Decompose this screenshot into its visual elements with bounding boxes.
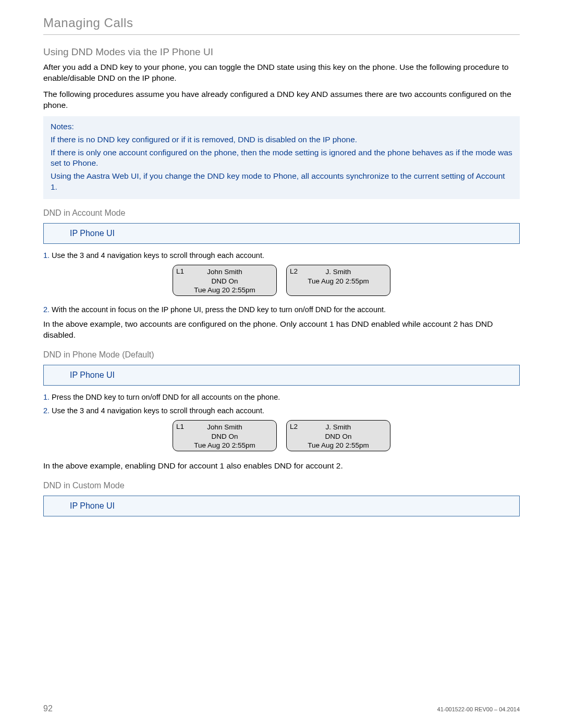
ip-phone-ui-bar: IP Phone UI <box>43 223 520 244</box>
step-text: 2.With the account in focus on the IP ph… <box>43 305 520 314</box>
phone-screen: L1 John Smith DND On Tue Aug 20 2:55pm <box>173 265 277 296</box>
phone-screen: L2 J. Smith Tue Aug 20 2:55pm <box>286 265 390 296</box>
screen-name: J. Smith <box>287 267 390 277</box>
chapter-title: Managing Calls <box>43 16 520 30</box>
step-body: With the account in focus on the IP phon… <box>52 305 386 314</box>
notes-label: Notes: <box>51 121 512 132</box>
screen-time: Tue Aug 20 2:55pm <box>287 277 390 286</box>
note-item: If there is no DND key configured or if … <box>51 134 512 145</box>
ip-phone-ui-bar: IP Phone UI <box>43 496 520 516</box>
step-body: Use the 3 and 4 navigation keys to scrol… <box>52 251 264 260</box>
step-text: 1.Press the DND key to turn on/off DND f… <box>43 393 520 401</box>
intro-paragraph-2: The following procedures assume you have… <box>43 89 520 111</box>
screen-time: Tue Aug 20 2:55pm <box>173 286 276 295</box>
page-number: 92 <box>43 704 53 713</box>
phone-screens-row: L1 John Smith DND On Tue Aug 20 2:55pm L… <box>43 265 520 296</box>
screen-time: Tue Aug 20 2:55pm <box>173 441 276 450</box>
step-body: Press the DND key to turn on/off DND for… <box>52 393 280 401</box>
note-item: If there is only one account configured … <box>51 147 512 169</box>
result-paragraph: In the above example, two accounts are c… <box>43 319 520 341</box>
line-label: L2 <box>290 423 298 430</box>
divider <box>43 34 520 35</box>
note-item: Using the Aastra Web UI, if you change t… <box>51 171 512 193</box>
screen-name: John Smith <box>173 267 276 277</box>
screen-status: DND On <box>173 432 276 441</box>
step-body: Use the 3 and 4 navigation keys to scrol… <box>52 406 264 415</box>
step-text: 2.Use the 3 and 4 navigation keys to scr… <box>43 406 520 415</box>
screen-name: J. Smith <box>287 423 390 432</box>
section-title: Using DND Modes via the IP Phone UI <box>43 46 520 58</box>
subheading-phone-mode: DND in Phone Mode (Default) <box>43 350 520 360</box>
screen-status: DND On <box>173 277 276 286</box>
screen-time: Tue Aug 20 2:55pm <box>287 441 390 450</box>
document-id: 41-001522-00 REV00 – 04.2014 <box>437 706 520 712</box>
screen-status: DND On <box>287 432 390 441</box>
result-paragraph: In the above example, enabling DND for a… <box>43 461 520 472</box>
screen-name: John Smith <box>173 423 276 432</box>
line-label: L1 <box>176 267 184 275</box>
ip-phone-ui-bar: IP Phone UI <box>43 365 520 386</box>
phone-screen: L1 John Smith DND On Tue Aug 20 2:55pm <box>173 420 277 451</box>
subheading-custom-mode: DND in Custom Mode <box>43 481 520 490</box>
intro-paragraph-1: After you add a DND key to your phone, y… <box>43 62 520 84</box>
line-label: L2 <box>290 267 298 275</box>
line-label: L1 <box>176 423 184 430</box>
page-footer: 92 41-001522-00 REV00 – 04.2014 <box>43 704 520 713</box>
step-text: 1.Use the 3 and 4 navigation keys to scr… <box>43 251 520 260</box>
phone-screen: L2 J. Smith DND On Tue Aug 20 2:55pm <box>286 420 390 451</box>
notes-box: Notes: If there is no DND key configured… <box>43 116 520 200</box>
phone-screens-row: L1 John Smith DND On Tue Aug 20 2:55pm L… <box>43 420 520 451</box>
subheading-account-mode: DND in Account Mode <box>43 208 520 218</box>
